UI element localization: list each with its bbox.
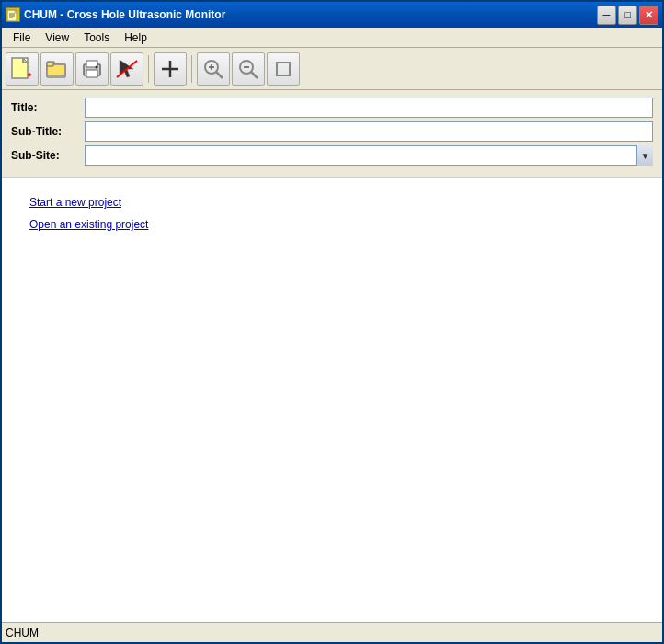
subsite-row: Sub-Site: ▼ xyxy=(11,145,653,166)
menu-view[interactable]: View xyxy=(38,29,76,46)
app-icon xyxy=(6,7,20,22)
open-file-button[interactable] xyxy=(40,52,74,86)
close-button[interactable]: ✕ xyxy=(639,6,658,25)
print-button[interactable] xyxy=(75,52,109,86)
subsite-select-wrapper: ▼ xyxy=(85,145,653,166)
add-button[interactable] xyxy=(154,52,187,86)
form-area: Title: Sub-Title: Sub-Site: ▼ xyxy=(2,90,662,178)
svg-rect-13 xyxy=(47,63,53,66)
status-text: CHUM xyxy=(6,627,39,639)
run-button[interactable] xyxy=(110,52,143,86)
open-existing-project-link[interactable]: Open an existing project xyxy=(29,218,148,231)
subtitle-row: Sub-Title: xyxy=(11,121,653,142)
menu-tools[interactable]: Tools xyxy=(76,29,117,46)
title-label: Title: xyxy=(11,101,85,114)
stop-button[interactable] xyxy=(267,52,300,86)
menu-bar: File View Tools Help xyxy=(2,28,662,48)
maximize-button[interactable]: □ xyxy=(618,6,637,25)
menu-help[interactable]: Help xyxy=(117,29,155,46)
title-bar: CHUM - Cross Hole Ultrasonic Monitor ─ □… xyxy=(2,2,662,28)
new-file-button[interactable]: * xyxy=(6,52,39,86)
svg-text:*: * xyxy=(28,72,31,82)
svg-point-17 xyxy=(96,65,98,68)
svg-line-27 xyxy=(251,72,258,78)
title-bar-left: CHUM - Cross Hole Ultrasonic Monitor xyxy=(6,7,225,22)
status-bar: CHUM xyxy=(2,622,662,642)
main-window: CHUM - Cross Hole Ultrasonic Monitor ─ □… xyxy=(0,0,664,644)
start-new-project-item: Start a new project xyxy=(29,196,635,209)
title-input[interactable] xyxy=(85,98,653,118)
minimize-button[interactable]: ─ xyxy=(597,6,616,25)
window-controls: ─ □ ✕ xyxy=(597,6,658,25)
start-new-project-link[interactable]: Start a new project xyxy=(29,196,121,209)
toolbar-sep-1 xyxy=(148,55,149,83)
svg-rect-15 xyxy=(86,70,97,77)
title-row: Title: xyxy=(11,98,653,118)
open-existing-project-item: Open an existing project xyxy=(29,218,635,231)
zoom-in-button[interactable] xyxy=(197,52,230,86)
main-area: Start a new project Open an existing pro… xyxy=(2,178,662,622)
svg-rect-29 xyxy=(277,63,290,75)
subsite-select[interactable] xyxy=(85,145,653,166)
subtitle-input[interactable] xyxy=(85,121,653,142)
svg-line-23 xyxy=(216,72,223,78)
window-title: CHUM - Cross Hole Ultrasonic Monitor xyxy=(24,8,225,21)
menu-file[interactable]: File xyxy=(6,29,38,46)
subsite-label: Sub-Site: xyxy=(11,149,85,162)
subtitle-label: Sub-Title: xyxy=(11,125,85,138)
zoom-out-button[interactable] xyxy=(232,52,265,86)
toolbar-sep-2 xyxy=(191,55,192,83)
toolbar: * xyxy=(2,48,662,90)
